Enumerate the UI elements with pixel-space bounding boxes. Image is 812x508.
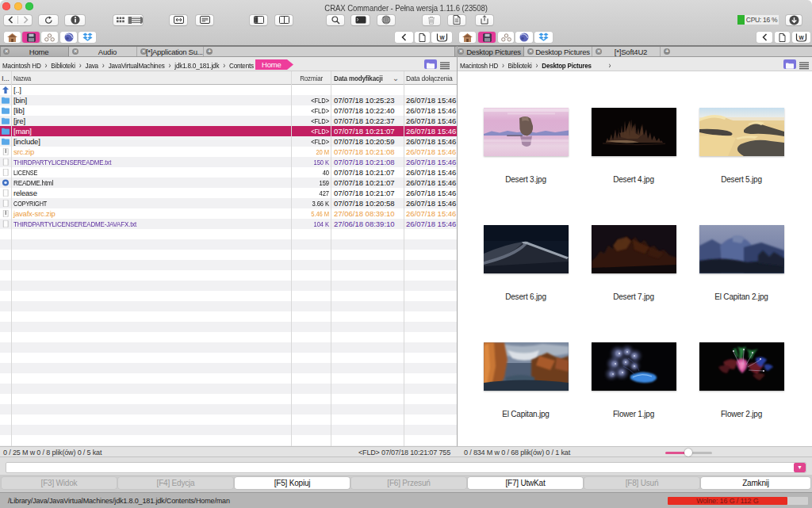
svg-text:W: W <box>439 34 445 40</box>
svg-text:W: W <box>799 34 804 40</box>
